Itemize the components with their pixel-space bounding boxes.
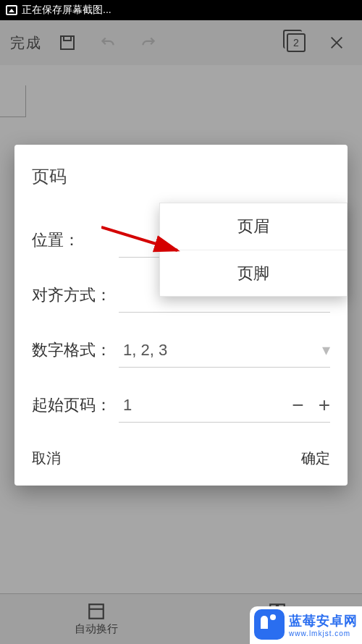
start-value: 1: [123, 396, 132, 415]
stepper-plus-icon[interactable]: +: [319, 394, 330, 417]
image-icon: [6, 5, 17, 15]
watermark-logo-icon: [254, 609, 285, 640]
label-position: 位置：: [32, 230, 119, 250]
status-saving-text: 正在保存屏幕截图...: [22, 4, 111, 17]
label-format: 数字格式：: [32, 340, 119, 360]
popover-option-footer[interactable]: 页脚: [160, 250, 347, 296]
watermark: 蓝莓安卓网 www.lmkjst.com: [250, 606, 362, 644]
field-format[interactable]: 1, 2, 3 ▾: [119, 333, 330, 368]
ok-button[interactable]: 确定: [301, 449, 330, 468]
position-popover: 页眉 页脚: [159, 203, 348, 297]
page-number-dialog: 页码 位置： 对齐方式： 数字格式： 1, 2, 3 ▾ 起始页码： 1 − +: [14, 145, 348, 486]
cancel-button[interactable]: 取消: [32, 449, 61, 468]
label-align: 对齐方式：: [32, 285, 119, 305]
status-bar: 正在保存屏幕截图...: [0, 0, 362, 20]
dialog-title: 页码: [32, 165, 330, 188]
app-window: 完成 2 自动换行 工具: [0, 20, 362, 644]
field-start[interactable]: 1 − +: [119, 388, 330, 423]
popover-option-header[interactable]: 页眉: [160, 203, 347, 250]
format-value: 1, 2, 3: [123, 341, 167, 360]
row-format: 数字格式： 1, 2, 3 ▾: [32, 333, 330, 368]
watermark-url: www.lmkjst.com: [289, 630, 358, 637]
stepper-minus-icon[interactable]: −: [292, 394, 303, 417]
watermark-title: 蓝莓安卓网: [289, 612, 358, 630]
chevron-down-icon: ▾: [322, 341, 330, 360]
row-start: 起始页码： 1 − +: [32, 388, 330, 423]
label-start: 起始页码：: [32, 395, 119, 415]
